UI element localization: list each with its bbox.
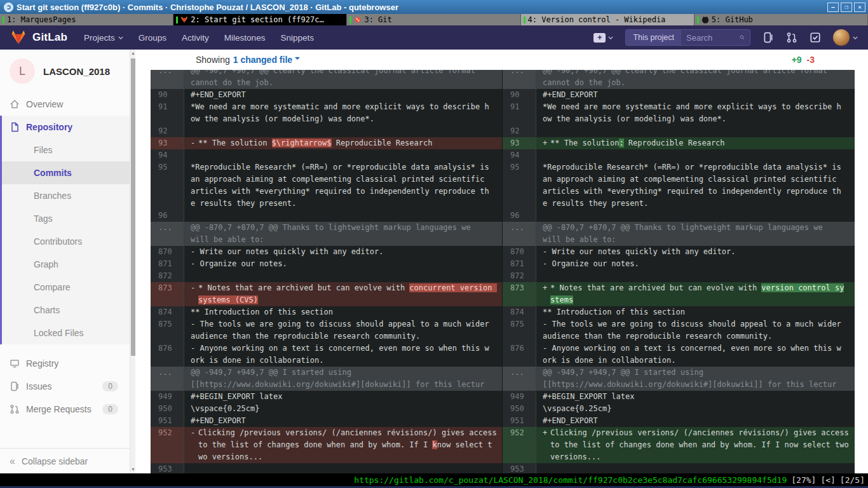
line-number-new[interactable]: 949 bbox=[503, 391, 536, 403]
code-line-new: *Reproducible Research* (=RR=) or *repro… bbox=[536, 161, 855, 210]
line-number-old[interactable]: 91 bbox=[151, 101, 184, 125]
line-number-new[interactable]: 95 bbox=[503, 161, 536, 210]
new-menu-button[interactable]: + bbox=[593, 33, 613, 43]
line-number-old[interactable]: 875 bbox=[151, 318, 184, 342]
diff-sign: - bbox=[191, 427, 198, 463]
code-text: @@ -90,7 +90,7 @@ Clearly the classical … bbox=[543, 70, 841, 89]
avatar bbox=[833, 29, 850, 46]
tab-5[interactable]: 5: GitHub bbox=[695, 14, 868, 25]
maximize-button[interactable]: ❐ bbox=[841, 3, 852, 12]
line-number-old[interactable]: 93 bbox=[151, 137, 184, 149]
line-number-new[interactable]: 96 bbox=[503, 210, 536, 222]
code-text: \vspace{0.25cm} bbox=[543, 403, 611, 415]
diff-sign: - bbox=[191, 137, 198, 149]
sidebar-item-commits[interactable]: Commits bbox=[2, 161, 130, 184]
sidebar-item-tags[interactable]: Tags bbox=[2, 207, 130, 230]
collapse-sidebar-button[interactable]: « Collapse sidebar bbox=[0, 448, 130, 473]
line-number-old[interactable]: 96 bbox=[151, 210, 184, 222]
scroll-down-arrow[interactable]: ▼ bbox=[130, 466, 136, 473]
nav-groups[interactable]: Groups bbox=[139, 33, 166, 43]
changed-files-dropdown[interactable]: 1 changed file bbox=[233, 55, 292, 65]
tab-label: 3: Git bbox=[364, 15, 391, 24]
sidebar-item-overview[interactable]: Overview bbox=[0, 93, 130, 116]
code-line-new bbox=[536, 463, 855, 473]
line-number-old[interactable]: 873 bbox=[151, 282, 184, 306]
line-number-old[interactable]: 871 bbox=[151, 258, 184, 270]
code-text: *We need are more systematic and more ex… bbox=[543, 101, 841, 125]
sidebar-item-repository[interactable]: Repository bbox=[2, 116, 130, 139]
line-number-old[interactable]: 950 bbox=[151, 403, 184, 415]
sidebar-item-merge-requests[interactable]: Merge Requests 0 bbox=[0, 398, 130, 421]
line-number-old[interactable]: 92 bbox=[151, 125, 184, 137]
nav-milestones[interactable]: Milestones bbox=[224, 33, 266, 43]
line-number-old[interactable]: 874 bbox=[151, 306, 184, 318]
hunk-header-old: @@ -949,7 +949,7 @@ I started using [[ht… bbox=[184, 367, 503, 391]
line-number-old[interactable]: 876 bbox=[151, 342, 184, 367]
tab-4[interactable]: 4: Version control - Wikipedia bbox=[521, 14, 695, 25]
line-number-new[interactable]: 952 bbox=[503, 427, 536, 463]
line-number-new[interactable]: 92 bbox=[503, 125, 536, 137]
line-number-old[interactable]: 872 bbox=[151, 270, 184, 282]
sidebar-item-registry[interactable]: Registry bbox=[0, 352, 130, 375]
tab-3[interactable]: 3: Git bbox=[347, 14, 520, 25]
line-number-old[interactable]: 953 bbox=[151, 463, 184, 473]
sidebar-item-branches[interactable]: Branches bbox=[2, 184, 130, 207]
nav-activity[interactable]: Activity bbox=[182, 33, 209, 43]
todos-icon[interactable] bbox=[810, 32, 821, 43]
sidebar-item-compare[interactable]: Compare bbox=[2, 276, 130, 299]
line-number-new[interactable]: 953 bbox=[503, 463, 536, 473]
code-line-new: #+BEGIN_EXPORT latex bbox=[536, 391, 855, 403]
minimize-button[interactable]: – bbox=[827, 3, 839, 12]
line-number-new[interactable]: 91 bbox=[503, 101, 536, 125]
sidebar-item-locked-files[interactable]: Locked Files bbox=[2, 322, 130, 344]
search-input[interactable] bbox=[686, 33, 736, 43]
line-number-new[interactable]: 94 bbox=[503, 149, 536, 161]
line-number-new[interactable]: 871 bbox=[503, 258, 536, 270]
line-number-old[interactable]: 94 bbox=[151, 149, 184, 161]
code-line-new: - Anyone working on a text is concerned,… bbox=[536, 342, 855, 367]
line-number-old[interactable]: 95 bbox=[151, 161, 184, 210]
line-number-old[interactable]: 90 bbox=[151, 89, 184, 101]
line-number-new[interactable]: 951 bbox=[503, 415, 536, 427]
line-number-new[interactable]: 870 bbox=[503, 246, 536, 258]
line-number-old[interactable]: 952 bbox=[151, 427, 184, 463]
code-line-new: ** Introduction of this section bbox=[536, 306, 855, 318]
line-number-new[interactable]: 950 bbox=[503, 403, 536, 415]
sidebar-item-charts[interactable]: Charts bbox=[2, 299, 130, 322]
close-button[interactable]: ✕ bbox=[854, 3, 865, 12]
caret-down-icon bbox=[295, 57, 300, 62]
line-number-old[interactable]: 951 bbox=[151, 415, 184, 427]
line-number-new[interactable]: 90 bbox=[503, 89, 536, 101]
tab-1[interactable]: 1: MarquesPages bbox=[0, 14, 173, 25]
hunk-header-new: @@ -90,7 +90,7 @@ Clearly the classical … bbox=[536, 70, 855, 89]
line-number-new[interactable]: 876 bbox=[503, 342, 536, 367]
home-icon bbox=[10, 99, 20, 109]
code-text: - Write our notes quickly with any edito… bbox=[543, 246, 735, 258]
code-text: ** Introduction of this section bbox=[543, 306, 685, 318]
sidebar-item-files[interactable]: Files bbox=[2, 139, 130, 161]
line-number-new[interactable]: 93 bbox=[503, 137, 536, 149]
scroll-up-arrow[interactable]: ▲ bbox=[130, 50, 136, 57]
scrollbar-thumb[interactable] bbox=[131, 58, 135, 356]
sidebar-item-contributors[interactable]: Contributors bbox=[2, 230, 130, 253]
line-number-new[interactable]: 872 bbox=[503, 270, 536, 282]
line-number-old[interactable]: 949 bbox=[151, 391, 184, 403]
diff-view: ...@@ -90,7 +90,7 @@ Clearly the classic… bbox=[135, 70, 868, 473]
nav-snippets[interactable]: Snippets bbox=[280, 33, 314, 43]
added-line: +Clicking /previous versions/ (/ancienne… bbox=[536, 427, 855, 463]
tab-2-active[interactable]: 2: Start git section (ff927c… bbox=[173, 14, 347, 25]
line-number-new[interactable]: 875 bbox=[503, 318, 536, 342]
user-menu[interactable] bbox=[833, 29, 858, 46]
merge-requests-icon[interactable] bbox=[786, 32, 797, 43]
issues-dashboard-icon[interactable] bbox=[763, 32, 774, 43]
line-number-old[interactable]: 870 bbox=[151, 246, 184, 258]
project-header[interactable]: L LASCON_2018 bbox=[0, 50, 130, 93]
sidebar-item-issues[interactable]: Issues 0 bbox=[0, 375, 130, 398]
nav-projects[interactable]: Projects bbox=[84, 33, 123, 43]
sidebar-item-graph[interactable]: Graph bbox=[2, 253, 130, 276]
gitlab-brand[interactable]: GitLab bbox=[10, 30, 67, 45]
line-number-new[interactable]: 873 bbox=[503, 282, 536, 306]
line-number-new[interactable]: 874 bbox=[503, 306, 536, 318]
code-text: \vspace{0.25cm} bbox=[191, 403, 259, 415]
sidebar-scrollbar[interactable]: ▲ ▼ bbox=[130, 50, 135, 473]
